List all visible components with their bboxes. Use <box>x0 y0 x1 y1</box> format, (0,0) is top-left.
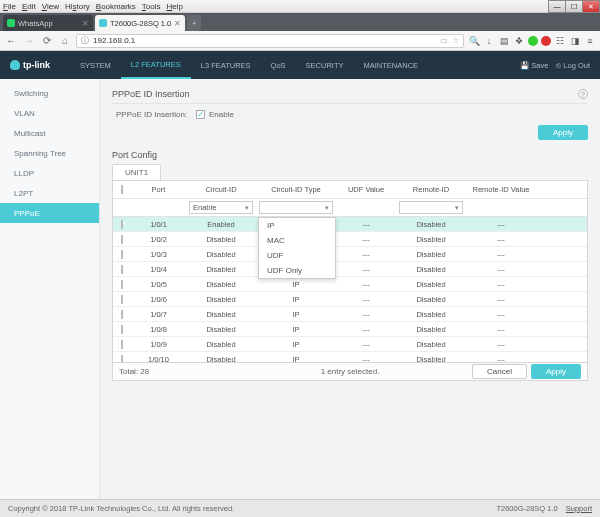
sidebar-item-multicast[interactable]: Multicast <box>0 123 99 143</box>
extension-icon[interactable]: ▤ <box>498 35 510 47</box>
row-checkbox[interactable] <box>121 220 123 229</box>
cell-remote: Disabled <box>396 295 466 304</box>
filter-remote-select[interactable] <box>399 201 463 214</box>
minimize-button[interactable]: — <box>548 0 566 13</box>
extension-red-icon[interactable] <box>541 36 551 46</box>
logout-button[interactable]: ⎋Log Out <box>556 61 590 70</box>
filter-circuit-select[interactable]: Enable <box>189 201 253 214</box>
nav-l2-features[interactable]: L2 FEATURES <box>121 51 191 79</box>
menu-edit[interactable]: Edit <box>22 2 36 11</box>
browser-tab-tplink[interactable]: T2600G-28SQ 1.0 ✕ <box>95 15 185 31</box>
menu-file[interactable]: File <box>3 2 16 11</box>
sidebar-item-l2pt[interactable]: L2PT <box>0 183 99 203</box>
row-checkbox[interactable] <box>121 250 123 259</box>
row-checkbox[interactable] <box>121 340 123 349</box>
close-tab-icon[interactable]: ✕ <box>82 19 89 28</box>
option-udf-only[interactable]: UDF Only <box>259 263 335 278</box>
filter-circuit-type-select[interactable] <box>259 201 333 214</box>
table-row[interactable]: 1/0/3DisabledIP---Disabled--- <box>113 247 587 262</box>
port-table: Port Circuit-ID Circuit-ID Type UDF Valu… <box>112 180 588 381</box>
save-button[interactable]: 💾Save <box>520 61 548 70</box>
home-button[interactable]: ⌂ <box>58 34 72 48</box>
cell-circuit: Disabled <box>186 355 256 363</box>
nav-security[interactable]: SECURITY <box>296 51 354 79</box>
table-header: Port Circuit-ID Circuit-ID Type UDF Valu… <box>113 181 587 199</box>
close-button[interactable]: ✕ <box>582 0 600 13</box>
table-footer: Total: 28 1 entry selected. Cancel Apply <box>113 362 587 380</box>
circuit-type-dropdown[interactable]: IP MAC UDF UDF Only <box>258 217 336 279</box>
sidebar-item-vlan[interactable]: VLAN <box>0 103 99 123</box>
option-mac[interactable]: MAC <box>259 233 335 248</box>
table-row[interactable]: 1/0/4DisabledIP---Disabled--- <box>113 262 587 277</box>
menu-bookmarks[interactable]: Bookmarks <box>96 2 136 11</box>
table-row[interactable]: 1/0/2DisabledIP---Disabled--- <box>113 232 587 247</box>
unit-tab[interactable]: UNIT1 <box>112 164 161 180</box>
menu-tools[interactable]: Tools <box>142 2 161 11</box>
library-icon[interactable]: ☷ <box>554 35 566 47</box>
cell-remote: Disabled <box>396 235 466 244</box>
reload-button[interactable]: ⟳ <box>40 34 54 48</box>
select-all-checkbox[interactable] <box>121 185 123 194</box>
nav-l3-features[interactable]: L3 FEATURES <box>191 51 261 79</box>
table-row[interactable]: 1/0/10DisabledIP---Disabled--- <box>113 352 587 362</box>
header-actions: 💾Save ⎋Log Out <box>520 61 600 70</box>
row-checkbox[interactable] <box>121 295 123 304</box>
search-icon[interactable]: 🔍 <box>468 35 480 47</box>
row-checkbox[interactable] <box>121 280 123 289</box>
apply-insertion-button[interactable]: Apply <box>538 125 588 140</box>
downloads-icon[interactable]: ↓ <box>483 35 495 47</box>
table-row[interactable]: 1/0/6DisabledIP---Disabled--- <box>113 292 587 307</box>
cell-remote: Disabled <box>396 325 466 334</box>
row-checkbox[interactable] <box>121 325 123 334</box>
apply-table-button[interactable]: Apply <box>531 364 581 379</box>
sidebar-item-spanning-tree[interactable]: Spanning Tree <box>0 143 99 163</box>
site-info-icon[interactable]: ⓘ <box>81 35 89 46</box>
cell-port: 1/0/6 <box>131 295 186 304</box>
menu-icon[interactable]: ≡ <box>584 35 596 47</box>
table-row[interactable]: 1/0/7DisabledIP---Disabled--- <box>113 307 587 322</box>
table-row[interactable]: 1/0/5DisabledIP---Disabled--- <box>113 277 587 292</box>
row-checkbox[interactable] <box>121 310 123 319</box>
table-row[interactable]: 1/0/9DisabledIP---Disabled--- <box>113 337 587 352</box>
reader-icon[interactable]: ▭ <box>440 36 448 45</box>
maximize-button[interactable]: ☐ <box>565 0 583 13</box>
extension-green-icon[interactable] <box>528 36 538 46</box>
cell-remote-value: --- <box>466 220 536 229</box>
new-tab-button[interactable]: + <box>187 15 201 31</box>
cancel-button[interactable]: Cancel <box>472 364 527 379</box>
support-link[interactable]: Support <box>566 504 592 513</box>
nav-maintenance[interactable]: MAINTENANCE <box>354 51 429 79</box>
forward-button[interactable]: → <box>22 34 36 48</box>
option-udf[interactable]: UDF <box>259 248 335 263</box>
insertion-label: PPPoE ID Insertion: <box>116 110 196 119</box>
sidebar-item-pppoe[interactable]: PPPoE <box>0 203 99 223</box>
extension-icon[interactable]: ❖ <box>513 35 525 47</box>
menu-history[interactable]: History <box>65 2 90 11</box>
table-row[interactable]: 1/0/1Enabled---Disabled--- <box>113 217 587 232</box>
address-bar[interactable]: ⓘ 192.168.0.1 ▭ ☆ <box>76 34 464 48</box>
bookmark-icon[interactable]: ☆ <box>452 36 459 45</box>
browser-tab-whatsapp[interactable]: WhatsApp ✕ <box>3 15 93 31</box>
enable-checkbox[interactable] <box>196 110 205 119</box>
logout-icon: ⎋ <box>556 61 561 70</box>
row-checkbox[interactable] <box>121 355 123 363</box>
nav-qos[interactable]: QoS <box>261 51 296 79</box>
cell-remote-value: --- <box>466 355 536 363</box>
logo-icon <box>10 60 20 70</box>
nav-system[interactable]: SYSTEM <box>70 51 121 79</box>
sidebar-item-switching[interactable]: Switching <box>0 83 99 103</box>
row-checkbox[interactable] <box>121 265 123 274</box>
menu-view[interactable]: View <box>42 2 59 11</box>
sidebar-icon[interactable]: ◨ <box>569 35 581 47</box>
table-row[interactable]: 1/0/8DisabledIP---Disabled--- <box>113 322 587 337</box>
back-button[interactable]: ← <box>4 34 18 48</box>
row-checkbox[interactable] <box>121 235 123 244</box>
sidebar-item-lldp[interactable]: LLDP <box>0 163 99 183</box>
option-ip[interactable]: IP <box>259 218 335 233</box>
enable-label: Enable <box>209 110 234 119</box>
cell-udf: --- <box>336 265 396 274</box>
help-icon[interactable]: ? <box>578 89 588 99</box>
menu-help[interactable]: Help <box>167 2 183 11</box>
close-tab-icon[interactable]: ✕ <box>174 19 181 28</box>
cell-remote: Disabled <box>396 220 466 229</box>
